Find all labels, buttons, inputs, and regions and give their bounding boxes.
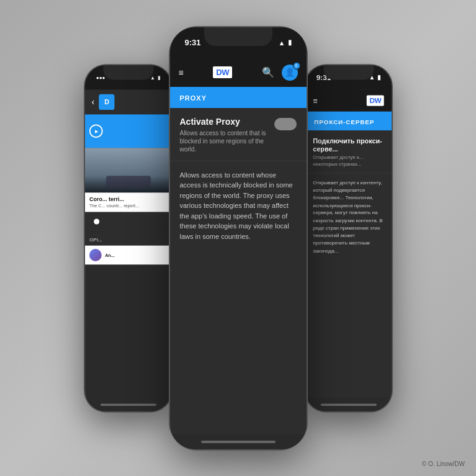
left-dot: [94, 218, 99, 224]
proxy-description: Allows access to content whose access is…: [170, 161, 307, 251]
scene: ●●● ▲ ▮ ‹ D ▶: [0, 0, 476, 476]
search-icon[interactable]: 🔍: [262, 66, 274, 78]
opinion-avatar: [89, 249, 101, 261]
right-screen: 9:31 ▲ ▮ ≡ DW ПР: [305, 65, 392, 411]
right-proxy-content: Подключить прокси-серве... Открывает дос…: [305, 130, 392, 398]
right-section-label: ПРОКСИ-СЕРВЕР: [314, 118, 374, 125]
phones-container: ●●● ▲ ▮ ‹ D ▶: [74, 27, 403, 449]
right-dw-logo-box: DW: [367, 95, 384, 106]
left-home-bar: [100, 403, 156, 406]
avatar-icon: 👤: [285, 68, 295, 77]
play-icon: ▶: [94, 128, 97, 133]
left-indicator-bar: [84, 212, 171, 231]
right-battery-icon: ▮: [377, 73, 380, 81]
center-status-icons: ▲ ▮: [279, 38, 292, 47]
dw-logo: DW: [213, 66, 232, 78]
copyright: © O. Linow/DW: [422, 460, 465, 467]
activate-text-group: Activate Proxy Allows access to content …: [180, 117, 267, 153]
left-battery-icon: ▮: [157, 74, 160, 80]
hamburger-icon[interactable]: ≡: [179, 68, 184, 78]
left-nav-bar: ‹ D: [84, 89, 171, 114]
center-home-bar: [201, 441, 276, 443]
activate-subtitle: Allows access to content that is blocked…: [180, 129, 267, 153]
left-home-indicator: [84, 398, 171, 411]
right-description: Открывает доступ к контенту, который под…: [305, 173, 392, 260]
header-icons: 🔍 👤 0: [262, 65, 298, 81]
phone-right: 9:31 ▲ ▮ ≡ DW ПР: [305, 65, 392, 411]
opinion-bar: OPI...: [84, 231, 171, 245]
right-dw-logo-text: DW: [369, 96, 381, 105]
opinion-text: An...: [105, 253, 115, 258]
center-signal-icon: ▮: [288, 38, 292, 47]
partial-logo: D: [99, 94, 114, 109]
center-screen: 9:31 ▲ ▮ ≡ DW 🔍: [170, 27, 307, 449]
play-button[interactable]: ▶: [89, 124, 102, 138]
right-activate-title: Подключить прокси-серве...: [313, 137, 384, 153]
center-home-indicator: [170, 434, 307, 449]
right-activate-row: Подключить прокси-серве... Открывает дос…: [305, 130, 392, 174]
opinion-label: OPI...: [89, 236, 102, 242]
partial-logo-text: D: [104, 98, 109, 106]
center-app-header: ≡ DW 🔍 👤 0: [170, 58, 307, 87]
back-arrow-icon[interactable]: ‹: [91, 97, 94, 107]
section-header: PROXY: [170, 87, 307, 108]
avatar-circle[interactable]: 👤 0: [282, 65, 298, 81]
proxy-toggle[interactable]: [274, 118, 297, 130]
right-activate-sub: Открывает доступ к... некоторых странах.…: [313, 155, 384, 168]
notification-badge: 0: [293, 62, 300, 70]
right-home-indicator: [305, 398, 392, 411]
left-content: ▶ Coro... terri... The C...: [84, 114, 171, 398]
right-section-header: ПРОКСИ-СЕРВЕР: [305, 111, 392, 130]
left-news-title: Coro... terri...: [89, 195, 166, 202]
right-app-header: ≡ DW: [305, 89, 392, 111]
phone-left: ●●● ▲ ▮ ‹ D ▶: [84, 65, 171, 411]
right-notch: [323, 65, 374, 79]
center-time: 9:31: [185, 38, 201, 47]
dw-logo-text: DW: [216, 68, 229, 77]
badge-count: 0: [295, 63, 298, 68]
right-hamburger-icon[interactable]: ≡: [313, 96, 317, 104]
phone-center: 9:31 ▲ ▮ ≡ DW 🔍: [170, 27, 307, 449]
left-notch: [103, 65, 153, 79]
right-home-bar: [320, 403, 376, 406]
left-news-body: The C... countr... report...: [89, 203, 166, 209]
left-screen: ●●● ▲ ▮ ‹ D ▶: [84, 65, 171, 411]
dw-logo-box: DW: [213, 66, 232, 78]
activate-title: Activate Proxy: [180, 117, 267, 127]
right-dw-logo: DW: [367, 95, 384, 106]
opinion-item: An...: [84, 246, 171, 265]
left-news-image: [84, 148, 171, 192]
activate-row: Activate Proxy Allows access to content …: [170, 108, 307, 161]
left-news-card: Coro... terri... The C... countr... repo…: [84, 192, 171, 212]
center-notch: [204, 27, 272, 46]
left-status-signal: ●●●: [96, 74, 105, 80]
left-blue-bar: ▶: [84, 114, 171, 148]
section-label: PROXY: [180, 94, 207, 102]
center-wifi-icon: ▲: [279, 39, 285, 47]
proxy-content: Activate Proxy Allows access to content …: [170, 108, 307, 434]
